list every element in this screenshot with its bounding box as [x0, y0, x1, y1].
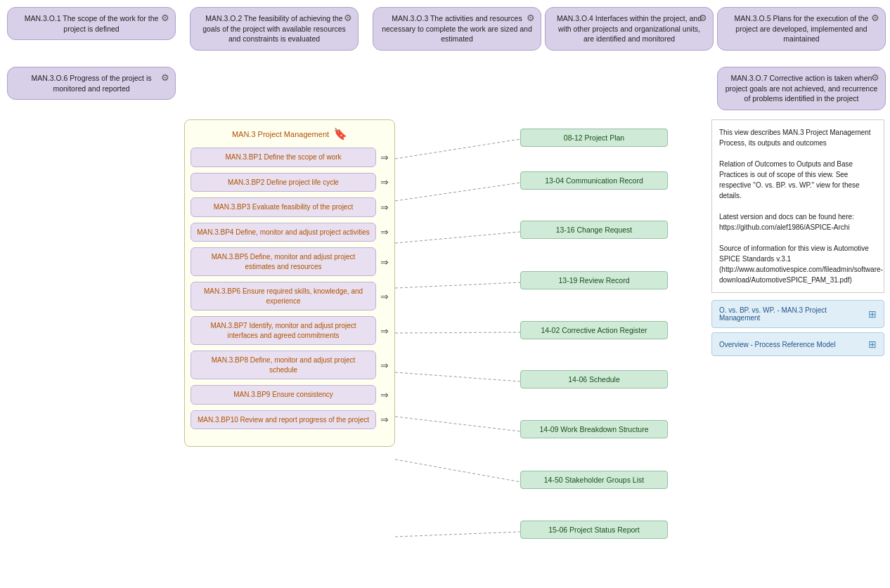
process-container: MAN.3 Project Management 🔖 MAN.3.BP1 Def…: [184, 119, 395, 447]
bp4-arrow: ⇒: [380, 226, 389, 237]
info-description-box: This view describes MAN.3 Project Manage…: [711, 119, 884, 293]
output-label-5: 14-02 Corrective Action Register: [541, 326, 647, 334]
gear-icon-2: ⚙: [344, 12, 352, 25]
bp-box-4[interactable]: MAN.3.BP4 Define, monitor and adjust pro…: [191, 223, 376, 242]
bp-row-10: MAN.3.BP10 Review and report progress of…: [191, 410, 389, 430]
bp-row-1: MAN.3.BP1 Define the scope of work ⇒: [191, 148, 389, 167]
bp7-label: MAN.3.BP7 Identify, monitor and adjust p…: [210, 322, 356, 339]
gear-icon-7: ⚙: [871, 72, 879, 84]
bp-row-8: MAN.3.BP8 Define, monitor and adjust pro…: [191, 351, 389, 379]
bp10-label: MAN.3.BP10 Review and report progress of…: [198, 416, 369, 424]
bp-row-2: MAN.3.BP2 Define project life cycle ⇒: [191, 173, 389, 192]
outcome-man303-text: MAN.3.O.3 The activities and resources n…: [382, 14, 532, 43]
bp-row-6: MAN.3.BP6 Ensure required skills, knowle…: [191, 282, 389, 311]
output-box-6[interactable]: 14-06 Schedule: [520, 370, 668, 388]
output-box-9[interactable]: 15-06 Project Status Report: [520, 521, 668, 539]
bp2-arrow: ⇒: [380, 176, 389, 188]
gear-icon-1: ⚙: [161, 12, 169, 25]
bp3-label: MAN.3.BP3 Evaluate feasibility of the pr…: [214, 203, 353, 211]
output-label-4: 13-19 Review Record: [559, 276, 630, 285]
bp-box-10[interactable]: MAN.3.BP10 Review and report progress of…: [191, 410, 376, 430]
output-box-2[interactable]: 13-04 Communication Record: [520, 171, 668, 190]
info-panel: This view describes MAN.3 Project Manage…: [711, 119, 884, 360]
bp-box-6[interactable]: MAN.3.BP6 Ensure required skills, knowle…: [191, 282, 376, 311]
svg-line-0: [395, 139, 520, 159]
svg-line-1: [395, 183, 520, 201]
outcome-man305: MAN.3.O.5 Plans for the execution of the…: [717, 7, 886, 51]
bp-box-8[interactable]: MAN.3.BP8 Define, monitor and adjust pro…: [191, 351, 376, 379]
outcome-man305-text: MAN.3.O.5 Plans for the execution of the…: [735, 14, 869, 43]
outcome-man304-text: MAN.3.O.4 Interfaces within the project,…: [557, 14, 702, 43]
main-container: MAN.3.O.1 The scope of the work for the …: [0, 0, 890, 588]
process-title: MAN.3 Project Management 🔖: [191, 127, 389, 141]
svg-line-4: [395, 332, 520, 333]
outcome-man302-text: MAN.3.O.2 The feasibility of achieving t…: [202, 14, 346, 43]
bp-box-9[interactable]: MAN.3.BP9 Ensure consistency: [191, 385, 376, 405]
bp-row-4: MAN.3.BP4 Define, monitor and adjust pro…: [191, 223, 389, 242]
gear-icon-4: ⚙: [699, 12, 707, 25]
bp1-label: MAN.3.BP1 Define the scope of work: [225, 153, 341, 161]
bp4-label: MAN.3.BP4 Define, monitor and adjust pro…: [197, 228, 370, 236]
bp7-arrow: ⇒: [380, 325, 389, 337]
gear-icon-5: ⚙: [871, 12, 879, 25]
output-box-7[interactable]: 14-09 Work Breakdown Structure: [520, 420, 668, 438]
bp9-arrow: ⇒: [380, 389, 389, 400]
bp-box-2[interactable]: MAN.3.BP2 Define project life cycle: [191, 173, 376, 192]
output-box-3[interactable]: 13-16 Change Request: [520, 221, 668, 239]
output-label-8: 14-50 Stakeholder Groups List: [544, 476, 644, 484]
link-box-2[interactable]: Overview - Process Reference Model ⊞: [711, 332, 884, 356]
table-icon-2: ⊞: [868, 339, 877, 350]
output-box-8[interactable]: 14-50 Stakeholder Groups List: [520, 471, 668, 489]
output-box-1[interactable]: 08-12 Project Plan: [520, 129, 668, 147]
bp6-arrow: ⇒: [380, 291, 389, 302]
outcome-man301: MAN.3.O.1 The scope of the work for the …: [7, 7, 176, 40]
bp10-arrow: ⇒: [380, 414, 389, 425]
svg-line-8: [395, 532, 520, 537]
bp8-arrow: ⇒: [380, 360, 389, 371]
svg-line-2: [395, 232, 520, 243]
process-title-text: MAN.3 Project Management: [232, 130, 329, 138]
gear-icon-6: ⚙: [161, 72, 169, 84]
link-box-1[interactable]: O. vs. BP. vs. WP. - MAN.3 Project Manag…: [711, 300, 884, 328]
outcome-man302: MAN.3.O.2 The feasibility of achieving t…: [190, 7, 359, 51]
bp-row-3: MAN.3.BP3 Evaluate feasibility of the pr…: [191, 197, 389, 217]
bp1-arrow: ⇒: [380, 152, 389, 163]
outcome-man303: MAN.3.O.3 The activities and resources n…: [373, 7, 541, 51]
bp6-label: MAN.3.BP6 Ensure required skills, knowle…: [204, 287, 363, 305]
bookmark-icon: 🔖: [333, 127, 347, 141]
svg-line-6: [395, 417, 520, 431]
bp-box-3[interactable]: MAN.3.BP3 Evaluate feasibility of the pr…: [191, 197, 376, 217]
output-label-1: 08-12 Project Plan: [564, 133, 624, 142]
svg-line-3: [395, 282, 520, 288]
bp-box-7[interactable]: MAN.3.BP7 Identify, monitor and adjust p…: [191, 316, 376, 345]
bp9-label: MAN.3.BP9 Ensure consistency: [233, 391, 333, 398]
bp3-arrow: ⇒: [380, 202, 389, 213]
outcome-man307: MAN.3.O.7 Corrective action is taken whe…: [717, 67, 886, 110]
bp2-label: MAN.3.BP2 Define project life cycle: [228, 178, 339, 186]
bp-box-5[interactable]: MAN.3.BP5 Define, monitor and adjust pro…: [191, 247, 376, 276]
outcome-man306: MAN.3.O.6 Progress of the project is mon…: [7, 67, 176, 100]
output-label-2: 13-04 Communication Record: [545, 176, 643, 185]
gear-icon-3: ⚙: [527, 12, 535, 25]
outcome-man306-text: MAN.3.O.6 Progress of the project is mon…: [32, 74, 152, 93]
bp5-arrow: ⇒: [380, 256, 389, 268]
outcome-man307-text: MAN.3.O.7 Corrective action is taken whe…: [725, 74, 878, 103]
svg-line-7: [395, 459, 520, 482]
bp5-label: MAN.3.BP5 Define, monitor and adjust pro…: [212, 253, 356, 270]
link1-label: O. vs. BP. vs. WP. - MAN.3 Project Manag…: [719, 306, 864, 322]
output-label-7: 14-09 Work Breakdown Structure: [539, 425, 648, 433]
bp-row-9: MAN.3.BP9 Ensure consistency ⇒: [191, 385, 389, 405]
output-box-5[interactable]: 14-02 Corrective Action Register: [520, 321, 668, 339]
output-label-6: 14-06 Schedule: [568, 375, 620, 384]
info-description-text: This view describes MAN.3 Project Manage…: [719, 129, 883, 284]
bp-row-7: MAN.3.BP7 Identify, monitor and adjust p…: [191, 316, 389, 345]
link2-label: Overview - Process Reference Model: [719, 341, 836, 348]
bp-box-1[interactable]: MAN.3.BP1 Define the scope of work: [191, 148, 376, 167]
output-box-4[interactable]: 13-19 Review Record: [520, 271, 668, 289]
outcome-man301-text: MAN.3.O.1 The scope of the work for the …: [25, 14, 159, 33]
bp8-label: MAN.3.BP8 Define, monitor and adjust pro…: [212, 356, 356, 374]
output-label-9: 15-06 Project Status Report: [548, 525, 640, 534]
svg-line-5: [395, 372, 520, 381]
outcome-man304: MAN.3.O.4 Interfaces within the project,…: [545, 7, 714, 51]
table-icon-1: ⊞: [868, 308, 877, 320]
